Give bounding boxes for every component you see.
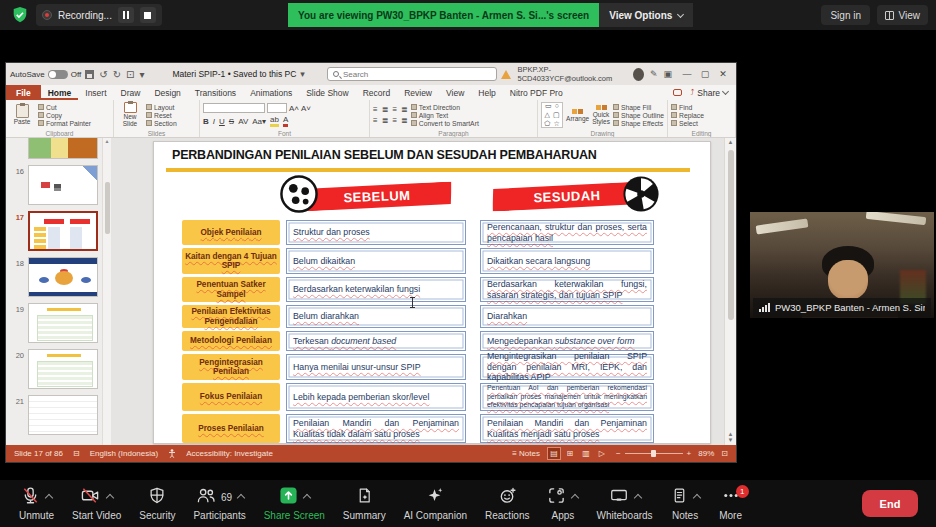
save-icon[interactable]: [85, 70, 94, 79]
view-options-button[interactable]: View Options: [599, 3, 693, 27]
ribbon-tab-draw[interactable]: Draw: [114, 85, 148, 100]
shape-outline-button[interactable]: Shape Outline: [613, 112, 664, 119]
before-cell[interactable]: Belum dikaitkan: [286, 248, 466, 274]
justify-icon[interactable]: ≣: [401, 116, 408, 125]
before-cell[interactable]: Lebih kepada pemberian skor/level: [286, 383, 466, 411]
search-input[interactable]: Search: [327, 67, 498, 81]
after-cell[interactable]: Mengedepankan substance over form: [480, 331, 654, 351]
align-text-button[interactable]: Align Text: [411, 112, 479, 119]
chevron-up-icon[interactable]: [633, 493, 641, 501]
account-email[interactable]: BPKP.XP-5CD4033YCF@outlook.com: [517, 65, 626, 83]
slide-thumbnail-16[interactable]: 16: [6, 162, 111, 208]
slide-thumbnail-20[interactable]: 20: [6, 346, 111, 392]
ribbon-tab-animations[interactable]: Animations: [243, 85, 299, 100]
reading-view-icon[interactable]: ▥: [579, 447, 593, 460]
toolbar-share-screen-button[interactable]: Share Screen: [255, 485, 334, 523]
undo-icon[interactable]: ↺: [99, 69, 107, 80]
ink-pen-icon[interactable]: ✎: [650, 69, 658, 79]
select-button[interactable]: Select: [671, 120, 704, 127]
account-avatar[interactable]: [633, 68, 644, 81]
numbering-icon[interactable]: ≣: [382, 105, 389, 114]
after-cell[interactable]: Berdasarkan keterwakilan fungsi, sasaran…: [480, 277, 654, 302]
slide-thumbnail-17[interactable]: 17: [6, 208, 111, 254]
format-painter-button[interactable]: Format Painter: [38, 120, 91, 127]
slide-canvas[interactable]: PERBANDINGAN PENILAIAN SEBELUM DAN SESUD…: [153, 141, 711, 444]
title-chevron-icon[interactable]: ▾: [300, 69, 305, 79]
after-cell[interactable]: Diarahkan: [480, 305, 654, 328]
font-name-select[interactable]: [203, 103, 265, 113]
toolbar-unmute-button[interactable]: Unmute: [10, 485, 63, 523]
align-right-icon[interactable]: ≡: [392, 116, 397, 125]
after-cell[interactable]: Perencanaan, struktur dan proses, serta …: [480, 220, 654, 245]
layout-button[interactable]: Layout: [146, 104, 177, 111]
toolbar-ai-companion-button[interactable]: AI Companion: [395, 485, 476, 523]
slide-thumbnail-21[interactable]: 21: [6, 392, 111, 418]
decrease-font-icon[interactable]: A˅: [301, 104, 311, 113]
participant-video-tile[interactable]: PW30_BPKP Banten - Armen S. Sinaga: [750, 208, 934, 322]
ribbon-tab-nitro-pdf-pro[interactable]: Nitro PDF Pro: [503, 85, 570, 100]
reset-button[interactable]: Reset: [146, 112, 177, 119]
find-button[interactable]: Find: [671, 104, 704, 111]
before-cell[interactable]: Penilaian Mandiri dan Penjaminan Kualita…: [286, 414, 466, 443]
text-direction-button[interactable]: Text Direction: [411, 104, 479, 111]
toolbar-apps-button[interactable]: Apps: [538, 485, 587, 523]
redo-icon[interactable]: ↻: [113, 69, 121, 80]
zoom-percent[interactable]: 89%: [698, 449, 714, 458]
slide-thumbnail[interactable]: [6, 138, 111, 162]
align-left-icon[interactable]: ≡: [373, 116, 378, 125]
ribbon-tab-help[interactable]: Help: [471, 85, 502, 100]
replace-button[interactable]: Replace: [671, 112, 704, 119]
zoom-out-icon[interactable]: −: [616, 449, 621, 458]
toolbar-more-button[interactable]: More1: [709, 485, 753, 523]
customize-qat-icon[interactable]: ▾: [139, 69, 144, 80]
ribbon-tab-design[interactable]: Design: [147, 85, 187, 100]
pause-recording-button[interactable]: [118, 7, 134, 23]
minimize-button[interactable]: —: [678, 65, 696, 83]
normal-view-icon[interactable]: ▤: [547, 447, 561, 460]
copy-button[interactable]: Copy: [38, 112, 91, 119]
chevron-up-icon[interactable]: [571, 493, 579, 501]
paste-button[interactable]: Paste: [9, 102, 35, 128]
convert-to-smartart-button[interactable]: Convert to SmartArt: [411, 120, 479, 127]
indent-icon[interactable]: ≡: [392, 105, 397, 114]
language-indicator[interactable]: English (Indonesia): [90, 449, 158, 458]
slide-thumbnail-18[interactable]: 18: [6, 254, 111, 300]
strikethrough-icon[interactable]: S: [229, 117, 234, 126]
ribbon-tab-review[interactable]: Review: [397, 85, 439, 100]
comments-icon[interactable]: [673, 89, 682, 96]
before-cell[interactable]: Hanya menilai unsur-unsur SPIP: [286, 354, 466, 380]
zoom-slider[interactable]: − +: [616, 449, 691, 458]
chevron-up-icon[interactable]: [45, 493, 53, 501]
before-cell[interactable]: Struktur dan proses: [286, 220, 466, 245]
thumbnail-scrollbar[interactable]: ▲: [102, 138, 111, 445]
after-cell[interactable]: Penilaian Mandiri dan Penjaminan Kualita…: [480, 414, 654, 443]
share-button[interactable]: ⤴ Share: [690, 88, 728, 98]
bullets-icon[interactable]: ≡: [373, 105, 378, 114]
quick-styles-button[interactable]: Quick Styles: [592, 102, 610, 128]
ribbon-tab-home[interactable]: Home: [41, 85, 79, 100]
after-cell[interactable]: Penentuan AoI dan pemberian rekomendasi …: [480, 383, 654, 411]
underline-icon[interactable]: U: [219, 117, 225, 126]
ribbon-tab-slide-show[interactable]: Slide Show: [299, 85, 356, 100]
before-cell[interactable]: Terkesan document based: [286, 331, 466, 351]
character-spacing-icon[interactable]: AV: [238, 117, 248, 126]
autosave-toggle[interactable]: AutoSave Off: [10, 70, 81, 79]
cut-button[interactable]: Cut: [38, 104, 91, 111]
font-color-icon[interactable]: A: [283, 115, 288, 127]
ribbon-tab-view[interactable]: View: [439, 85, 471, 100]
slideshow-icon[interactable]: ▷: [595, 447, 609, 460]
toolbar-whiteboards-button[interactable]: Whiteboards: [587, 485, 661, 523]
notes-toggle[interactable]: ≡ Notes: [512, 449, 540, 458]
highlight-color-icon[interactable]: ab: [270, 115, 279, 127]
chevron-up-icon[interactable]: [106, 493, 114, 501]
after-cell[interactable]: Mengintegrasikan penilaian SPIP dengan p…: [480, 354, 654, 380]
shapes-gallery[interactable]: ▭○△▢⬠☆: [541, 102, 563, 128]
chevron-up-icon[interactable]: [237, 493, 245, 501]
italic-icon[interactable]: I: [213, 117, 215, 126]
end-meeting-button[interactable]: End: [862, 490, 918, 517]
close-button[interactable]: ✕: [714, 65, 732, 83]
section-button[interactable]: Section: [146, 120, 177, 127]
ribbon-tab-insert[interactable]: Insert: [78, 85, 113, 100]
after-cell[interactable]: Dikaitkan secara langsung: [480, 248, 654, 274]
zoom-in-icon[interactable]: +: [687, 449, 692, 458]
